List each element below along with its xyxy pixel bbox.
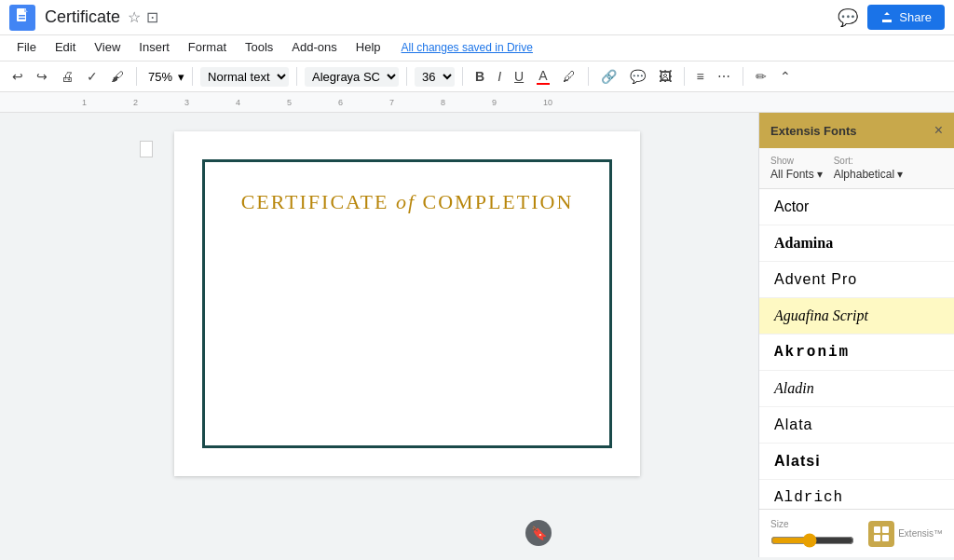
- chevron-up-button[interactable]: ⌃: [775, 66, 796, 87]
- extensis-panel: Extensis Fonts × Show All Fonts ▾ Sort: …: [758, 113, 954, 557]
- menu-tools[interactable]: Tools: [238, 37, 280, 57]
- folder-icon[interactable]: ⊡: [146, 8, 158, 26]
- ruler-tick: 9: [492, 98, 497, 107]
- extensis-logo-box: [868, 521, 894, 547]
- undo-button[interactable]: ↩: [7, 66, 28, 87]
- svg-rect-4: [882, 526, 889, 533]
- panel-close-button[interactable]: ×: [934, 122, 943, 139]
- sort-filter: Sort: Alphabetical ▾: [834, 156, 903, 181]
- spellcheck-button[interactable]: ✓: [82, 66, 102, 87]
- toolbar: ↩ ↪ 🖨 ✓ 🖌 75% ▾ Normal text Alegraya SC …: [0, 61, 954, 92]
- ruler-tick: 3: [184, 98, 189, 107]
- menu-insert[interactable]: Insert: [131, 37, 177, 57]
- title-bar: Certificate ☆ ⊡ 💬 Share: [0, 0, 954, 35]
- share-button[interactable]: Share: [867, 5, 945, 30]
- menu-edit[interactable]: Edit: [48, 37, 83, 57]
- highlight-button[interactable]: 🖊: [558, 66, 580, 87]
- ruler-inner: 1 2 3 4 5 6 7 8 9 10: [82, 92, 954, 112]
- svg-rect-6: [882, 535, 889, 541]
- menu-addons[interactable]: Add-ons: [284, 37, 344, 57]
- italic-button[interactable]: I: [493, 66, 506, 87]
- print-button[interactable]: 🖨: [56, 66, 78, 87]
- certificate-title: Certificate of Completion: [241, 190, 574, 214]
- separator-8: [743, 67, 743, 86]
- font-size-select[interactable]: 36: [415, 67, 455, 87]
- ruler: 1 2 3 4 5 6 7 8 9 10: [0, 92, 954, 113]
- zoom-dropdown-icon[interactable]: ▾: [178, 70, 184, 84]
- pen-button[interactable]: ✏: [751, 66, 771, 87]
- panel-footer: Size Extensis™: [759, 509, 954, 557]
- comment-insert-button[interactable]: 💬: [625, 66, 650, 87]
- ruler-tick: 6: [338, 98, 343, 107]
- image-button[interactable]: 🖼: [654, 66, 676, 87]
- font-item-adamina[interactable]: Adamina: [759, 225, 954, 262]
- comment-button[interactable]: 💬: [838, 7, 858, 28]
- show-select[interactable]: All Fonts ▾: [770, 168, 823, 181]
- font-item-advent-pro[interactable]: Advent Pro: [759, 262, 954, 298]
- size-slider[interactable]: [770, 533, 854, 548]
- size-label: Size: [770, 519, 854, 529]
- font-item-akronim[interactable]: Akronim: [759, 335, 954, 371]
- google-docs-icon: [9, 5, 35, 31]
- separator-4: [406, 67, 407, 86]
- menu-file[interactable]: File: [9, 37, 44, 57]
- menu-view[interactable]: View: [87, 37, 128, 57]
- font-item-aldrich[interactable]: Aldrich: [759, 480, 954, 509]
- svg-rect-1: [19, 15, 25, 17]
- sort-value: Alphabetical: [834, 168, 894, 181]
- svg-rect-2: [19, 18, 25, 20]
- paint-format-button[interactable]: 🖌: [106, 66, 129, 87]
- document-page: Certificate of Completion: [174, 131, 640, 476]
- zoom-control: 75% ▾: [144, 68, 184, 86]
- font-item-aguafina[interactable]: Aguafina Script: [759, 298, 954, 335]
- certificate-border: Certificate of Completion: [202, 159, 612, 448]
- separator-6: [588, 67, 589, 86]
- menu-bar: File Edit View Insert Format Tools Add-o…: [0, 35, 954, 61]
- separator-1: [136, 67, 137, 86]
- ruler-tick: 8: [441, 98, 445, 107]
- zoom-value[interactable]: 75%: [144, 68, 176, 86]
- font-list: ActorAdaminaAdvent ProAguafina ScriptAkr…: [759, 189, 954, 509]
- show-chevron-icon: ▾: [817, 168, 823, 181]
- ruler-tick: 2: [133, 98, 138, 107]
- bold-button[interactable]: B: [470, 66, 489, 87]
- menu-format[interactable]: Format: [181, 37, 234, 57]
- redo-button[interactable]: ↪: [32, 66, 52, 87]
- star-icon[interactable]: ☆: [128, 8, 141, 26]
- more-button[interactable]: ⋯: [713, 66, 735, 87]
- ruler-tick: 5: [287, 98, 292, 107]
- show-label: Show: [770, 156, 823, 166]
- document-area[interactable]: Certificate of Completion 🔖: [0, 113, 758, 557]
- sort-select[interactable]: Alphabetical ▾: [834, 168, 903, 181]
- separator-3: [296, 67, 297, 86]
- ruler-tick: 10: [543, 98, 552, 107]
- cert-title-of: of: [396, 190, 423, 213]
- extensis-logo: Extensis™: [868, 521, 943, 547]
- menu-help[interactable]: Help: [348, 37, 388, 57]
- font-item-actor[interactable]: Actor: [759, 189, 954, 225]
- align-button[interactable]: ≡: [692, 66, 709, 87]
- show-value: All Fonts: [770, 168, 814, 181]
- font-item-alata[interactable]: Alata: [759, 407, 954, 444]
- ruler-tick: 7: [389, 98, 394, 107]
- underline-button[interactable]: U: [510, 66, 528, 87]
- sort-chevron-icon: ▾: [897, 168, 903, 181]
- font-select[interactable]: Alegraya SC: [305, 67, 399, 87]
- show-filter: Show All Fonts ▾: [770, 156, 823, 181]
- document-title[interactable]: Certificate: [45, 7, 120, 27]
- svg-rect-3: [874, 526, 880, 533]
- cert-title-word2: Completion: [423, 190, 574, 213]
- title-action-icons: ☆ ⊡: [128, 8, 158, 26]
- page-thumbnail[interactable]: [140, 141, 153, 157]
- font-item-aladin[interactable]: Aladin: [759, 371, 954, 407]
- font-item-alatsi[interactable]: Alatsi: [759, 444, 954, 480]
- link-button[interactable]: 🔗: [596, 66, 621, 87]
- separator-2: [192, 67, 193, 86]
- text-style-select[interactable]: Normal text: [200, 67, 289, 87]
- ruler-tick: 4: [236, 98, 240, 107]
- save-status: All changes saved in Drive: [402, 41, 533, 54]
- bookmark-button[interactable]: 🔖: [525, 520, 552, 546]
- text-color-button[interactable]: A: [532, 65, 553, 88]
- cert-title-word1: Certificate: [241, 190, 389, 213]
- extensis-tm-text: Extensis™: [898, 528, 943, 539]
